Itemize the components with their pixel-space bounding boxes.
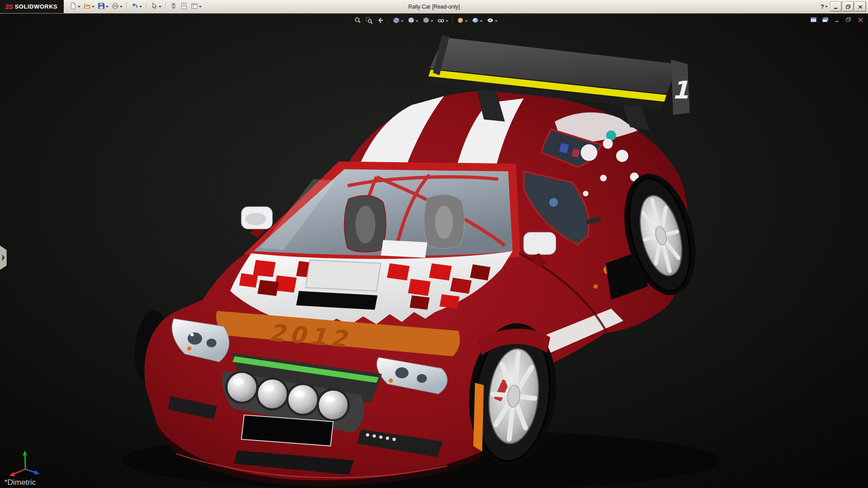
save-floppy-icon [98, 2, 105, 11]
new-window-button[interactable] [821, 16, 829, 24]
view-settings-button[interactable] [485, 15, 500, 27]
rally-car-model: 2012 [131, 35, 707, 486]
rebuild-button[interactable] [169, 1, 179, 13]
dropdown-caret-icon[interactable] [465, 20, 468, 22]
mud-flap-orange [473, 383, 484, 451]
wing-number-text: 1 [672, 76, 689, 104]
previous-view-icon [377, 17, 384, 26]
orientation-triad [9, 450, 40, 477]
close-icon [858, 3, 863, 11]
projector [188, 333, 202, 345]
view-settings-eye-icon [487, 17, 494, 26]
view-orientation-button[interactable] [406, 15, 420, 27]
window-title: Rally Car [Read-only] [408, 0, 460, 13]
document-window-controls [809, 16, 864, 24]
main-toolbar [68, 1, 203, 13]
dropdown-caret-icon[interactable] [92, 6, 94, 8]
projector [395, 367, 408, 378]
zoom-to-area-button[interactable] [364, 15, 375, 27]
projector [417, 374, 427, 383]
toolbar-separator [127, 2, 127, 11]
zoom-to-area-icon [366, 17, 373, 26]
toolbar-separator [165, 2, 166, 11]
dropdown-caret-icon[interactable] [416, 20, 419, 22]
dropdown-caret-icon[interactable] [78, 6, 80, 8]
dropdown-caret-icon[interactable] [446, 20, 448, 22]
brand-label: SOLIDWORKS [15, 3, 58, 10]
dropdown-caret-icon[interactable] [106, 6, 108, 8]
minimize-icon [835, 16, 840, 24]
graphics-viewport[interactable]: 2012 [0, 13, 868, 488]
highlight [190, 333, 193, 336]
orientation-label: *Dimetric [5, 478, 36, 487]
interior-hint [549, 198, 558, 207]
zoom-to-fit-icon [354, 17, 362, 26]
edit-appearance-button[interactable] [455, 15, 470, 27]
toolbar-separator [388, 18, 389, 25]
window-new-icon [822, 16, 828, 24]
projector [207, 338, 217, 347]
file-properties-icon [180, 2, 188, 11]
options-button[interactable] [189, 1, 203, 13]
undo-arrow-icon [131, 2, 138, 11]
open-button[interactable] [82, 1, 96, 13]
file-properties-button[interactable] [179, 1, 189, 13]
solidworks-logo: ЗS SOLIDWORKS [0, 0, 64, 13]
toolbar-separator [453, 18, 453, 25]
apply-scene-button[interactable] [470, 15, 485, 27]
dash-card [381, 240, 427, 258]
model-canvas[interactable]: 2012 [0, 13, 868, 488]
section-view-button[interactable] [391, 15, 406, 27]
restore-group-button[interactable] [809, 16, 817, 24]
new-document-button[interactable] [68, 1, 82, 13]
dropdown-caret-icon[interactable] [825, 6, 828, 8]
window-tile-icon [811, 16, 816, 24]
undo-button[interactable] [130, 1, 143, 13]
dropdown-caret-icon[interactable] [431, 20, 434, 22]
apply-scene-globe-icon [472, 17, 479, 26]
section-view-icon [393, 17, 400, 26]
mirror-left-face [245, 213, 266, 225]
print-button[interactable] [110, 1, 124, 13]
dropdown-caret-icon[interactable] [199, 6, 202, 8]
select-button[interactable] [149, 1, 163, 13]
dropdown-caret-icon[interactable] [480, 20, 483, 22]
rebuild-traffic-icon [170, 2, 177, 11]
minimize-document-button[interactable] [833, 16, 841, 24]
help-button[interactable]: ? [819, 3, 829, 10]
seat-pad [435, 206, 453, 239]
dropdown-caret-icon[interactable] [159, 6, 161, 8]
headsup-view-toolbar [353, 15, 500, 27]
title-bar: ЗS SOLIDWORKS [0, 0, 868, 14]
dropdown-caret-icon[interactable] [401, 20, 404, 22]
hide-show-glasses-icon [438, 17, 445, 26]
dropdown-caret-icon[interactable] [120, 6, 123, 8]
close-button[interactable] [855, 2, 866, 11]
restore-icon [846, 16, 851, 24]
hood-scoop-frame [306, 260, 381, 291]
hide-show-items-button[interactable] [436, 15, 450, 27]
minimize-icon [834, 3, 838, 11]
help-label: ? [821, 3, 824, 10]
edit-appearance-ball-icon [457, 17, 464, 26]
indicator [187, 346, 192, 351]
minimize-button[interactable] [830, 2, 841, 11]
dropdown-caret-icon[interactable] [495, 20, 498, 22]
close-icon [858, 16, 863, 24]
toolbar-separator [146, 2, 146, 11]
dropdown-caret-icon[interactable] [139, 6, 142, 8]
close-document-button[interactable] [856, 16, 864, 24]
save-button[interactable] [96, 1, 110, 13]
panel-collapse-tab[interactable] [0, 245, 7, 270]
zoom-to-fit-button[interactable] [353, 15, 363, 27]
new-document-icon [70, 2, 77, 11]
previous-view-button[interactable] [375, 15, 386, 27]
solidworks-logo-mark-icon: ЗS [5, 3, 13, 10]
view-orientation-cube-icon [408, 17, 415, 26]
indicator [389, 378, 393, 383]
display-style-button[interactable] [421, 15, 435, 27]
select-cursor-icon [151, 2, 158, 11]
restore-document-button[interactable] [844, 16, 853, 24]
mirror-right [524, 232, 556, 254]
restore-button[interactable] [843, 2, 854, 11]
